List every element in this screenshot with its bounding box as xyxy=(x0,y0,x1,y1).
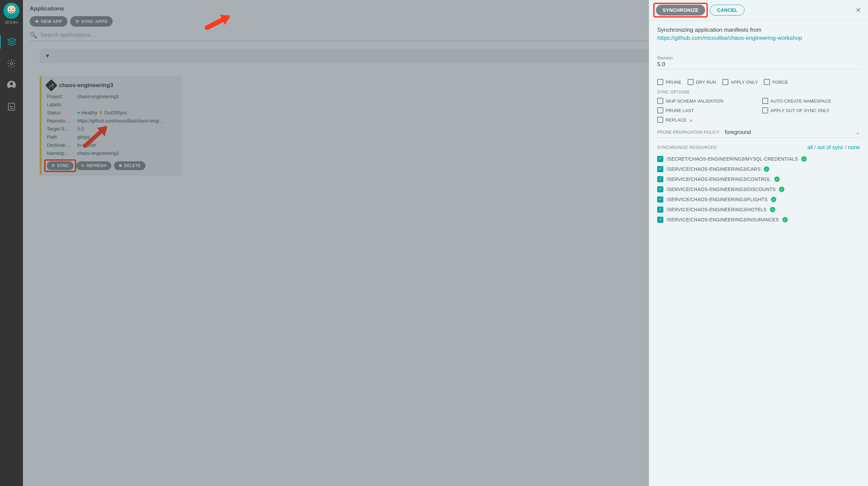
left-sidebar: v2.0.0+ι xyxy=(0,0,23,486)
version-label: v2.0.0+ι xyxy=(5,20,18,24)
resource-checkbox[interactable] xyxy=(657,217,663,223)
policy-select[interactable]: foreground xyxy=(725,129,851,135)
resource-item[interactable]: /SECRET/CHAOS-ENGINEERING3/MYSQL-CREDENT… xyxy=(657,154,860,164)
apply-oos-checkbox[interactable]: APPLY OUT OF SYNC ONLY xyxy=(762,107,860,113)
svg-point-4 xyxy=(12,8,14,10)
resource-item[interactable]: /SERVICE/CHAOS-ENGINEERING3/CONTROL ✓ xyxy=(657,174,860,184)
check-circle-icon: ✓ xyxy=(801,156,807,162)
svg-point-3 xyxy=(9,8,10,10)
cancel-button[interactable]: CANCEL xyxy=(710,5,745,16)
resources-label: SYNCHRONIZE RESOURCES: xyxy=(657,145,718,150)
filter-all-link[interactable]: all xyxy=(807,144,813,150)
filter-oos-link[interactable]: out of sync xyxy=(817,144,843,150)
check-circle-icon: ✓ xyxy=(770,207,775,212)
applyonly-checkbox[interactable]: APPLY ONLY xyxy=(722,79,758,85)
dryrun-checkbox[interactable]: DRY RUN xyxy=(688,79,716,85)
resource-item[interactable]: /SERVICE/CHAOS-ENGINEERING3/HOTELS ✓ xyxy=(657,205,860,215)
replace-checkbox[interactable]: REPLACE ▲ xyxy=(657,117,755,123)
resource-path: /SERVICE/CHAOS-ENGINEERING3/HOTELS xyxy=(667,207,766,212)
resource-item[interactable]: /SERVICE/CHAOS-ENGINEERING3/INSURANCES ✓ xyxy=(657,215,860,225)
resource-checkbox[interactable] xyxy=(657,196,663,202)
revision-input[interactable]: 5.0 xyxy=(657,61,860,70)
resource-path: /SERVICE/CHAOS-ENGINEERING3/INSURANCES xyxy=(667,217,779,222)
resource-item[interactable]: /SERVICE/CHAOS-ENGINEERING3/DISCOUNTS ✓ xyxy=(657,184,860,194)
sync-panel: SYNCHRONIZE CANCEL ✕ Synchronizing appli… xyxy=(649,0,868,486)
nav-settings-icon[interactable] xyxy=(5,57,18,70)
resource-list: /SECRET/CHAOS-ENGINEERING3/MYSQL-CREDENT… xyxy=(657,154,860,225)
resource-checkbox[interactable] xyxy=(657,186,663,192)
check-circle-icon: ✓ xyxy=(771,197,776,202)
resource-filter-links: all / out of sync / none xyxy=(807,144,860,151)
check-circle-icon: ✓ xyxy=(774,177,780,182)
resource-item[interactable]: /SERVICE/CHAOS-ENGINEERING3/CARS ✓ xyxy=(657,164,860,174)
resource-checkbox[interactable] xyxy=(657,207,663,213)
policy-label: PRUNE PROPAGATION POLICY: xyxy=(657,130,720,135)
resource-path: /SERVICE/CHAOS-ENGINEERING3/FLIGHTS xyxy=(667,197,768,202)
resource-checkbox[interactable] xyxy=(657,176,663,182)
nav-user-icon[interactable] xyxy=(5,78,18,92)
warning-icon: ▲ xyxy=(689,117,693,123)
nav-docs-icon[interactable] xyxy=(5,100,18,113)
sync-message: Synchronizing application manifests from xyxy=(657,27,860,33)
synchronize-button[interactable]: SYNCHRONIZE xyxy=(656,5,705,16)
sync-options-label: SYNC OPTIONS xyxy=(657,90,860,94)
revision-label: Revision xyxy=(657,56,860,60)
argo-logo xyxy=(3,3,20,19)
nav-applications-icon[interactable] xyxy=(0,35,23,49)
main-area: Applications ✚NEW APP ⟳SYNC APPS 🔍 ▼ ⎇ c… xyxy=(23,0,868,486)
skip-schema-checkbox[interactable]: SKIP SCHEMA VALIDATION xyxy=(657,98,755,104)
svg-point-7 xyxy=(10,82,13,85)
resource-item[interactable]: /SERVICE/CHAOS-ENGINEERING3/FLIGHTS ✓ xyxy=(657,194,860,205)
resource-path: /SERVICE/CHAOS-ENGINEERING3/CONTROL xyxy=(667,177,771,182)
prune-last-checkbox[interactable]: PRUNE LAST xyxy=(657,107,755,113)
prune-checkbox[interactable]: PRUNE xyxy=(657,79,682,85)
resource-path: /SECRET/CHAOS-ENGINEERING3/MYSQL-CREDENT… xyxy=(667,156,798,162)
resource-checkbox[interactable] xyxy=(657,156,663,162)
resource-checkbox[interactable] xyxy=(657,166,663,172)
force-checkbox[interactable]: FORCE xyxy=(764,79,788,85)
svg-point-5 xyxy=(10,62,13,65)
resource-path: /SERVICE/CHAOS-ENGINEERING3/CARS xyxy=(667,166,760,172)
check-circle-icon: ✓ xyxy=(782,217,788,222)
check-circle-icon: ✓ xyxy=(764,166,769,172)
filter-none-link[interactable]: none xyxy=(848,144,860,150)
chevron-down-icon: ⌄ xyxy=(856,129,860,135)
close-icon[interactable]: ✕ xyxy=(856,6,861,14)
auto-ns-checkbox[interactable]: AUTO-CREATE NAMESPACE xyxy=(762,98,860,104)
resource-path: /SERVICE/CHAOS-ENGINEERING3/DISCOUNTS xyxy=(667,187,776,192)
sync-repo-link[interactable]: https://github.com/mcouliba/chaos-engine… xyxy=(657,35,802,42)
check-circle-icon: ✓ xyxy=(779,187,784,192)
